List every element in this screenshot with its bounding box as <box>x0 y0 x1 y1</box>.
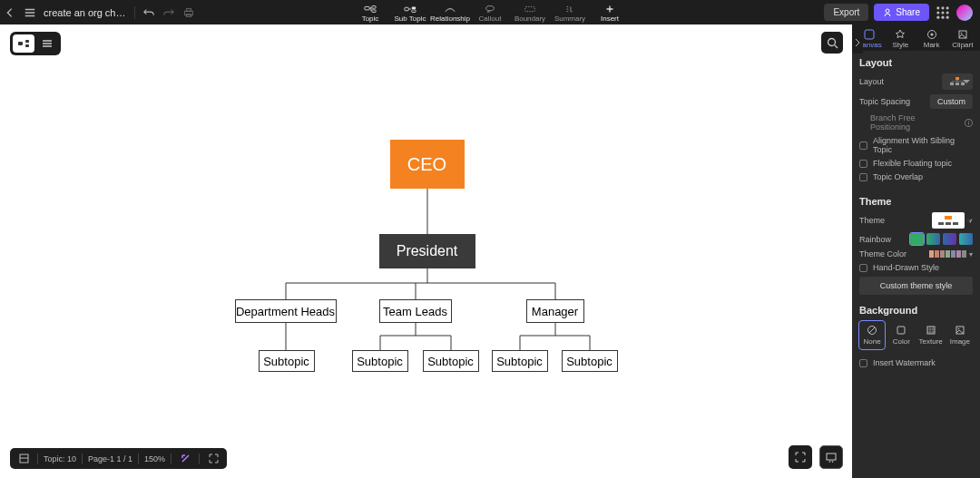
svg-rect-8 <box>412 10 416 13</box>
bottom-bar: Topic: 10 Page-1 1 / 1 150% <box>10 448 227 469</box>
checkbox-handdrawn[interactable]: Hand-Drawn Style <box>859 263 973 272</box>
section-layout-title: Layout <box>859 57 973 68</box>
tool-relationship[interactable]: Relationship <box>430 5 470 24</box>
node-president[interactable]: President <box>379 234 475 268</box>
custom-theme-button[interactable]: Custom theme style <box>859 277 973 295</box>
fit-button[interactable] <box>789 445 812 469</box>
tool-callout[interactable]: Callout <box>470 5 510 24</box>
svg-rect-51 <box>946 222 951 225</box>
svg-point-13 <box>941 6 944 9</box>
canvas-area[interactable]: CEO President Department Heads Team Lead… <box>0 24 852 478</box>
svg-point-42 <box>930 34 933 36</box>
bg-texture[interactable]: Texture <box>918 321 944 349</box>
undo-icon[interactable] <box>139 0 159 24</box>
bfp-label: Branch Free Positioning <box>870 113 956 132</box>
svg-point-9 <box>486 6 495 11</box>
checkbox-align[interactable]: Alignment With Sibling Topic <box>859 136 973 154</box>
search-button[interactable] <box>821 32 843 54</box>
top-toolbar: create an org chart for a c... Topic Sub… <box>0 0 980 24</box>
svg-rect-5 <box>372 10 376 13</box>
side-panel: Layout Layout Topic SpacingCustom Branch… <box>852 51 980 478</box>
svg-rect-1 <box>186 8 191 11</box>
view-outline-button[interactable] <box>36 34 58 53</box>
panel-collapse-button[interactable] <box>852 32 863 54</box>
tool-boundary[interactable]: Boundary <box>510 5 550 24</box>
spacing-label: Topic Spacing <box>859 97 910 106</box>
checkbox-watermark[interactable]: Insert Watermark <box>859 358 973 367</box>
theme-selector[interactable] <box>932 212 965 229</box>
svg-rect-45 <box>956 77 959 80</box>
avatar[interactable] <box>956 5 973 21</box>
tool-topic[interactable]: Topic <box>350 5 390 24</box>
node-manager[interactable]: Manager <box>526 299 584 323</box>
theme-label: Theme <box>859 216 885 225</box>
theme-color-swatches[interactable] <box>929 250 966 258</box>
bg-none[interactable]: None <box>859 321 885 349</box>
pages-icon[interactable] <box>15 451 32 467</box>
side-tabs: Canvas Style Mark Clipart <box>852 24 980 51</box>
redo-icon[interactable] <box>159 0 179 24</box>
bg-image[interactable]: Image <box>947 321 973 349</box>
node-ceo[interactable]: CEO <box>390 140 465 189</box>
tool-insert[interactable]: Insert <box>590 5 630 24</box>
node-subtopic[interactable]: Subtopic <box>562 350 618 372</box>
node-subtopic[interactable]: Subtopic <box>492 350 548 372</box>
checkbox-flex[interactable]: Flexible Floating topic <box>859 159 973 168</box>
svg-rect-52 <box>953 222 958 225</box>
apps-icon[interactable] <box>935 5 951 21</box>
svg-point-18 <box>936 15 939 18</box>
svg-rect-49 <box>945 216 952 219</box>
export-button[interactable]: Export <box>824 4 868 21</box>
svg-point-11 <box>886 9 889 13</box>
page-info[interactable]: Page-1 1 / 1 <box>88 454 132 463</box>
org-chart: CEO President Department Heads Team Lead… <box>209 120 644 392</box>
tool-summary[interactable]: Summary <box>550 5 590 24</box>
node-team-leads[interactable]: Team Leads <box>379 299 452 323</box>
rainbow-opt-1[interactable] <box>910 233 924 245</box>
node-dept-heads[interactable]: Department Heads <box>235 299 337 323</box>
node-subtopic[interactable]: Subtopic <box>423 350 479 372</box>
svg-point-16 <box>941 11 944 14</box>
section-bg-title: Background <box>859 305 973 316</box>
tab-mark[interactable]: Mark <box>916 29 947 51</box>
fullscreen-icon[interactable] <box>205 451 221 467</box>
svg-rect-54 <box>897 327 905 334</box>
svg-rect-22 <box>25 40 29 43</box>
tool-subtopic[interactable]: Sub Topic <box>390 5 430 24</box>
document-title[interactable]: create an org chart for a c... <box>40 7 131 18</box>
svg-rect-47 <box>956 83 959 85</box>
layout-selector[interactable] <box>942 73 973 90</box>
svg-point-14 <box>946 6 949 9</box>
info-icon[interactable]: i <box>965 119 973 127</box>
view-mindmap-button[interactable] <box>13 34 34 53</box>
rainbow-opt-4[interactable] <box>959 233 973 245</box>
svg-rect-7 <box>412 6 416 9</box>
rainbow-opt-2[interactable] <box>926 233 940 245</box>
ai-icon[interactable] <box>177 451 193 467</box>
section-theme-title: Theme <box>859 196 973 207</box>
tab-style[interactable]: Style <box>885 29 916 51</box>
node-subtopic[interactable]: Subtopic <box>259 350 315 372</box>
spacing-custom-button[interactable]: Custom <box>930 94 973 109</box>
rainbow-opt-3[interactable] <box>943 233 956 245</box>
view-toggle <box>10 32 61 55</box>
svg-rect-50 <box>938 222 944 225</box>
print-icon[interactable] <box>179 0 199 24</box>
node-subtopic[interactable]: Subtopic <box>352 350 408 372</box>
svg-rect-3 <box>365 6 369 10</box>
svg-point-44 <box>961 33 963 34</box>
back-icon[interactable] <box>0 0 20 24</box>
svg-point-57 <box>958 328 960 330</box>
bg-color[interactable]: Color <box>888 321 914 349</box>
zoom-level[interactable]: 150% <box>144 454 165 463</box>
menu-icon[interactable] <box>20 0 40 24</box>
share-button[interactable]: Share <box>874 4 929 21</box>
svg-rect-46 <box>950 83 954 85</box>
theme-color-label: Theme Color <box>859 249 906 259</box>
rainbow-label: Rainbow <box>859 235 891 244</box>
present-button[interactable] <box>819 445 843 469</box>
svg-point-20 <box>946 15 949 18</box>
tab-clipart[interactable]: Clipart <box>947 29 978 51</box>
svg-rect-10 <box>525 6 535 11</box>
checkbox-overlap[interactable]: Topic Overlap <box>859 172 973 181</box>
